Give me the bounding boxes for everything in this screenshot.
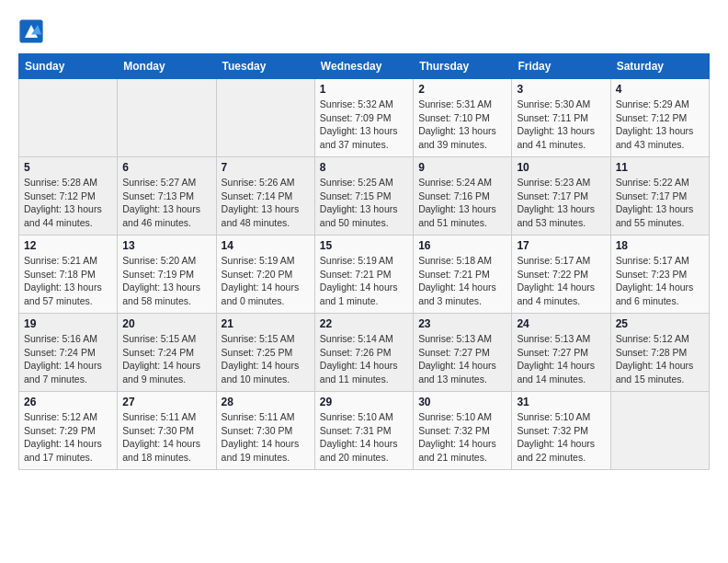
day-info: Sunrise: 5:15 AM Sunset: 7:24 PM Dayligh… <box>122 332 210 386</box>
day-number: 20 <box>122 317 210 330</box>
calendar-cell: 10Sunrise: 5:23 AM Sunset: 7:17 PM Dayli… <box>512 157 610 236</box>
day-number: 14 <box>222 239 310 252</box>
weekday-header: Friday <box>512 54 610 79</box>
day-info: Sunrise: 5:10 AM Sunset: 7:32 PM Dayligh… <box>418 410 506 465</box>
day-info: Sunrise: 5:16 AM Sunset: 7:24 PM Dayligh… <box>24 332 112 386</box>
day-info: Sunrise: 5:23 AM Sunset: 7:17 PM Dayligh… <box>517 176 605 230</box>
calendar-cell: 4Sunrise: 5:29 AM Sunset: 7:12 PM Daylig… <box>610 79 709 157</box>
calendar-cell: 18Sunrise: 5:17 AM Sunset: 7:23 PM Dayli… <box>610 236 709 314</box>
calendar-cell: 7Sunrise: 5:26 AM Sunset: 7:14 PM Daylig… <box>216 157 314 236</box>
calendar-week-row: 19Sunrise: 5:16 AM Sunset: 7:24 PM Dayli… <box>19 314 710 392</box>
calendar-cell: 13Sunrise: 5:20 AM Sunset: 7:19 PM Dayli… <box>118 236 216 314</box>
day-info: Sunrise: 5:27 AM Sunset: 7:13 PM Dayligh… <box>122 176 210 230</box>
day-info: Sunrise: 5:17 AM Sunset: 7:22 PM Dayligh… <box>517 254 605 308</box>
calendar-cell: 15Sunrise: 5:19 AM Sunset: 7:21 PM Dayli… <box>314 236 413 314</box>
day-number: 30 <box>418 396 506 408</box>
logo-icon <box>18 18 44 44</box>
day-number: 10 <box>517 161 605 174</box>
day-number: 6 <box>122 161 210 174</box>
calendar-cell: 23Sunrise: 5:13 AM Sunset: 7:27 PM Dayli… <box>414 314 512 392</box>
calendar-header-row: SundayMondayTuesdayWednesdayThursdayFrid… <box>19 54 710 79</box>
calendar-cell: 30Sunrise: 5:10 AM Sunset: 7:32 PM Dayli… <box>414 392 512 470</box>
calendar-cell: 19Sunrise: 5:16 AM Sunset: 7:24 PM Dayli… <box>19 314 118 392</box>
calendar-cell: 6Sunrise: 5:27 AM Sunset: 7:13 PM Daylig… <box>118 157 216 236</box>
calendar-cell <box>610 392 709 470</box>
calendar-cell: 26Sunrise: 5:12 AM Sunset: 7:29 PM Dayli… <box>19 392 118 470</box>
day-info: Sunrise: 5:14 AM Sunset: 7:26 PM Dayligh… <box>320 332 408 386</box>
day-number: 17 <box>517 239 605 252</box>
calendar-cell: 8Sunrise: 5:25 AM Sunset: 7:15 PM Daylig… <box>314 157 413 236</box>
day-info: Sunrise: 5:19 AM Sunset: 7:21 PM Dayligh… <box>320 254 408 308</box>
calendar-cell: 31Sunrise: 5:10 AM Sunset: 7:32 PM Dayli… <box>512 392 610 470</box>
calendar-cell: 12Sunrise: 5:21 AM Sunset: 7:18 PM Dayli… <box>19 236 118 314</box>
weekday-header: Thursday <box>414 54 512 79</box>
day-info: Sunrise: 5:30 AM Sunset: 7:11 PM Dayligh… <box>517 98 605 152</box>
calendar-week-row: 5Sunrise: 5:28 AM Sunset: 7:12 PM Daylig… <box>19 157 710 236</box>
day-info: Sunrise: 5:21 AM Sunset: 7:18 PM Dayligh… <box>24 254 112 308</box>
page-header <box>18 18 710 44</box>
calendar-cell: 1Sunrise: 5:32 AM Sunset: 7:09 PM Daylig… <box>314 79 413 157</box>
day-number: 9 <box>418 161 506 174</box>
day-info: Sunrise: 5:17 AM Sunset: 7:23 PM Dayligh… <box>616 254 704 308</box>
calendar-cell: 21Sunrise: 5:15 AM Sunset: 7:25 PM Dayli… <box>216 314 314 392</box>
weekday-header: Tuesday <box>216 54 314 79</box>
calendar-cell: 3Sunrise: 5:30 AM Sunset: 7:11 PM Daylig… <box>512 79 610 157</box>
day-number: 23 <box>418 317 506 330</box>
day-number: 21 <box>222 317 310 330</box>
day-info: Sunrise: 5:19 AM Sunset: 7:20 PM Dayligh… <box>222 254 310 308</box>
weekday-header: Wednesday <box>314 54 413 79</box>
day-number: 22 <box>320 317 408 330</box>
day-number: 29 <box>320 396 408 408</box>
day-number: 4 <box>616 83 704 96</box>
calendar-week-row: 12Sunrise: 5:21 AM Sunset: 7:18 PM Dayli… <box>19 236 710 314</box>
calendar-cell: 28Sunrise: 5:11 AM Sunset: 7:30 PM Dayli… <box>216 392 314 470</box>
calendar-cell: 29Sunrise: 5:10 AM Sunset: 7:31 PM Dayli… <box>314 392 413 470</box>
day-number: 2 <box>418 83 506 96</box>
calendar-cell: 27Sunrise: 5:11 AM Sunset: 7:30 PM Dayli… <box>118 392 216 470</box>
day-info: Sunrise: 5:11 AM Sunset: 7:30 PM Dayligh… <box>222 410 310 465</box>
calendar: SundayMondayTuesdayWednesdayThursdayFrid… <box>18 53 710 470</box>
day-number: 15 <box>320 239 408 252</box>
day-info: Sunrise: 5:15 AM Sunset: 7:25 PM Dayligh… <box>222 332 310 386</box>
calendar-cell: 14Sunrise: 5:19 AM Sunset: 7:20 PM Dayli… <box>216 236 314 314</box>
day-info: Sunrise: 5:13 AM Sunset: 7:27 PM Dayligh… <box>418 332 506 386</box>
day-number: 31 <box>517 396 605 408</box>
day-number: 11 <box>616 161 704 174</box>
day-number: 12 <box>24 239 112 252</box>
day-number: 18 <box>616 239 704 252</box>
day-info: Sunrise: 5:12 AM Sunset: 7:28 PM Dayligh… <box>616 332 704 386</box>
weekday-header: Sunday <box>19 54 118 79</box>
day-number: 27 <box>122 396 210 408</box>
day-info: Sunrise: 5:12 AM Sunset: 7:29 PM Dayligh… <box>24 410 112 465</box>
calendar-week-row: 26Sunrise: 5:12 AM Sunset: 7:29 PM Dayli… <box>19 392 710 470</box>
calendar-cell: 22Sunrise: 5:14 AM Sunset: 7:26 PM Dayli… <box>314 314 413 392</box>
day-info: Sunrise: 5:22 AM Sunset: 7:17 PM Dayligh… <box>616 176 704 230</box>
day-number: 1 <box>320 83 408 96</box>
day-info: Sunrise: 5:32 AM Sunset: 7:09 PM Dayligh… <box>320 98 408 152</box>
calendar-cell: 11Sunrise: 5:22 AM Sunset: 7:17 PM Dayli… <box>610 157 709 236</box>
day-info: Sunrise: 5:26 AM Sunset: 7:14 PM Dayligh… <box>222 176 310 230</box>
day-number: 25 <box>616 317 704 330</box>
logo <box>18 18 48 44</box>
calendar-cell: 5Sunrise: 5:28 AM Sunset: 7:12 PM Daylig… <box>19 157 118 236</box>
calendar-cell <box>118 79 216 157</box>
day-info: Sunrise: 5:10 AM Sunset: 7:31 PM Dayligh… <box>320 410 408 465</box>
day-info: Sunrise: 5:20 AM Sunset: 7:19 PM Dayligh… <box>122 254 210 308</box>
day-number: 28 <box>222 396 310 408</box>
day-number: 5 <box>24 161 112 174</box>
calendar-week-row: 1Sunrise: 5:32 AM Sunset: 7:09 PM Daylig… <box>19 79 710 157</box>
calendar-cell: 16Sunrise: 5:18 AM Sunset: 7:21 PM Dayli… <box>414 236 512 314</box>
calendar-cell: 20Sunrise: 5:15 AM Sunset: 7:24 PM Dayli… <box>118 314 216 392</box>
day-number: 26 <box>24 396 112 408</box>
day-info: Sunrise: 5:18 AM Sunset: 7:21 PM Dayligh… <box>418 254 506 308</box>
day-number: 19 <box>24 317 112 330</box>
day-number: 13 <box>122 239 210 252</box>
day-number: 7 <box>222 161 310 174</box>
weekday-header: Monday <box>118 54 216 79</box>
day-info: Sunrise: 5:28 AM Sunset: 7:12 PM Dayligh… <box>24 176 112 230</box>
day-info: Sunrise: 5:11 AM Sunset: 7:30 PM Dayligh… <box>122 410 210 465</box>
day-info: Sunrise: 5:29 AM Sunset: 7:12 PM Dayligh… <box>616 98 704 152</box>
weekday-header: Saturday <box>610 54 709 79</box>
day-number: 3 <box>517 83 605 96</box>
day-info: Sunrise: 5:31 AM Sunset: 7:10 PM Dayligh… <box>418 98 506 152</box>
